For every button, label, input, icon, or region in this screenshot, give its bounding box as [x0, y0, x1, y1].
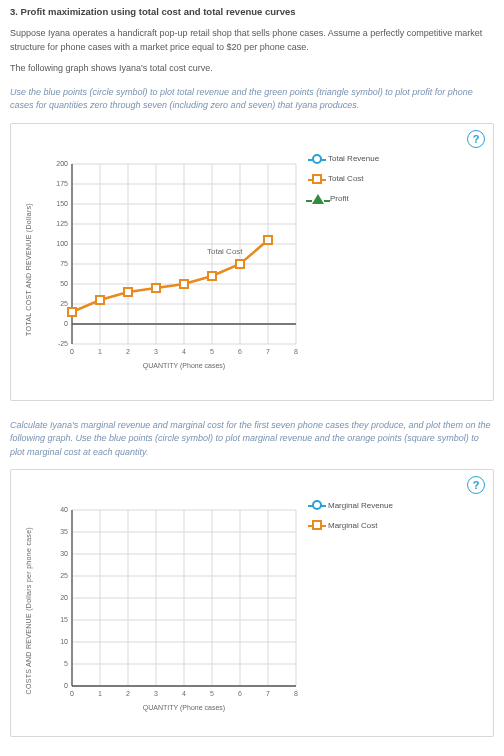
chart2-xlabel: QUANTITY (Phone cases) [143, 704, 225, 712]
chart-card-1: ? TOTAL COST AND REVENUE (Dollars) -2502… [10, 123, 494, 401]
svg-text:Total Cost: Total Cost [207, 247, 243, 256]
help-icon[interactable]: ? [467, 130, 485, 148]
square-icon [312, 174, 322, 184]
svg-text:5: 5 [64, 660, 68, 667]
svg-text:0: 0 [70, 348, 74, 355]
legend-marginal-revenue[interactable]: Marginal Revenue [312, 500, 393, 510]
legend-profit[interactable]: Profit [312, 194, 379, 204]
legend-total-cost[interactable]: Total Cost [312, 174, 379, 184]
chart-card-2: ? COSTS AND REVENUE (Dollars per phone c… [10, 469, 494, 737]
svg-text:35: 35 [60, 528, 68, 535]
svg-rect-45 [208, 272, 216, 280]
intro-paragraph-1: Suppose Iyana operates a handicraft pop-… [10, 27, 494, 54]
svg-text:1: 1 [98, 690, 102, 697]
legend-marginal-cost[interactable]: Marginal Cost [312, 520, 393, 530]
legend-label: Total Revenue [328, 154, 379, 163]
svg-text:3: 3 [154, 348, 158, 355]
instructions-1: Use the blue points (circle symbol) to p… [10, 86, 494, 113]
svg-text:6: 6 [238, 348, 242, 355]
svg-text:40: 40 [60, 506, 68, 513]
legend-label: Profit [330, 194, 349, 203]
page-title: 3. Profit maximization using total cost … [10, 6, 494, 17]
svg-text:0: 0 [64, 682, 68, 689]
svg-rect-40 [68, 308, 76, 316]
svg-text:100: 100 [56, 240, 68, 247]
svg-text:50: 50 [60, 280, 68, 287]
svg-text:1: 1 [98, 348, 102, 355]
svg-text:200: 200 [56, 160, 68, 167]
circle-icon [312, 500, 322, 510]
intro-paragraph-2: The following graph shows Iyana's total … [10, 62, 494, 76]
svg-text:75: 75 [60, 260, 68, 267]
svg-text:15: 15 [60, 616, 68, 623]
svg-text:150: 150 [56, 200, 68, 207]
triangle-icon [312, 194, 324, 204]
legend-label: Marginal Revenue [328, 501, 393, 510]
svg-text:30: 30 [60, 550, 68, 557]
instructions-2: Calculate Iyana's marginal revenue and m… [10, 419, 494, 460]
legend-label: Total Cost [328, 174, 364, 183]
chart2-legend: Marginal Revenue Marginal Cost [312, 500, 393, 540]
chart1-ylabel: TOTAL COST AND REVENUE (Dollars) [25, 203, 32, 336]
svg-text:0: 0 [70, 690, 74, 697]
svg-text:4: 4 [182, 690, 186, 697]
svg-text:5: 5 [210, 690, 214, 697]
svg-text:5: 5 [210, 348, 214, 355]
svg-text:25: 25 [60, 572, 68, 579]
chart2-plot[interactable]: 0510152025303540 012345678 QUANTITY (Pho… [42, 500, 302, 722]
svg-text:8: 8 [294, 348, 298, 355]
svg-rect-44 [180, 280, 188, 288]
svg-text:25: 25 [60, 300, 68, 307]
legend-total-revenue[interactable]: Total Revenue [312, 154, 379, 164]
square-icon [312, 520, 322, 530]
svg-text:4: 4 [182, 348, 186, 355]
svg-text:3: 3 [154, 690, 158, 697]
svg-text:7: 7 [266, 348, 270, 355]
svg-text:0: 0 [64, 320, 68, 327]
svg-text:125: 125 [56, 220, 68, 227]
svg-rect-43 [152, 284, 160, 292]
svg-rect-46 [236, 260, 244, 268]
chart1-legend: Total Revenue Total Cost Profit [312, 154, 379, 214]
chart2-ylabel: COSTS AND REVENUE (Dollars per phone cas… [25, 527, 32, 694]
svg-text:7: 7 [266, 690, 270, 697]
svg-text:-25: -25 [58, 340, 68, 347]
svg-text:20: 20 [60, 594, 68, 601]
svg-rect-42 [124, 288, 132, 296]
svg-text:2: 2 [126, 690, 130, 697]
svg-text:8: 8 [294, 690, 298, 697]
help-icon[interactable]: ? [467, 476, 485, 494]
circle-icon [312, 154, 322, 164]
chart1-xlabel: QUANTITY (Phone cases) [143, 362, 225, 370]
svg-rect-47 [264, 236, 272, 244]
chart1-plot[interactable]: -250255075100125150175200 012345678 QUAN… [42, 154, 302, 386]
svg-text:10: 10 [60, 638, 68, 645]
svg-text:6: 6 [238, 690, 242, 697]
legend-label: Marginal Cost [328, 521, 377, 530]
svg-text:175: 175 [56, 180, 68, 187]
svg-rect-41 [96, 296, 104, 304]
svg-text:2: 2 [126, 348, 130, 355]
